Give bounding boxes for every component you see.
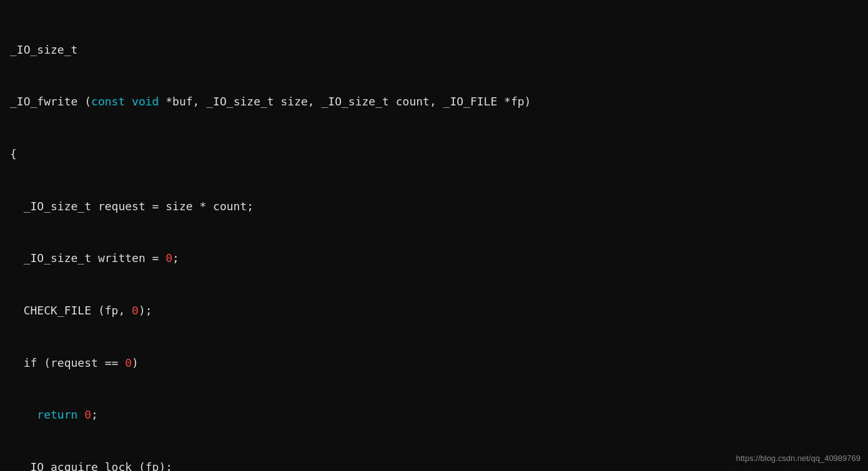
code-text: _IO_size_t request = size * count; xyxy=(10,200,254,213)
line-8: return 0; xyxy=(10,406,858,424)
code-text: return 0; xyxy=(10,408,98,421)
watermark-text: https://blog.csdn.net/qq_40989769 xyxy=(736,452,861,465)
line-7: if (request == 0) xyxy=(10,354,858,372)
code-text: _IO_fwrite (const void *buf, _IO_size_t … xyxy=(10,95,531,108)
code-text: CHECK_FILE (fp, 0); xyxy=(10,304,152,317)
line-5: _IO_size_t written = 0; xyxy=(10,250,858,267)
line-6: CHECK_FILE (fp, 0); xyxy=(10,302,858,319)
line-3: { xyxy=(10,145,858,163)
code-block: _IO_size_t _IO_fwrite (const void *buf, … xyxy=(0,0,868,471)
code-text: { xyxy=(10,147,17,160)
line-9: _IO_acquire_lock (fp); xyxy=(10,459,858,471)
line-2: _IO_fwrite (const void *buf, _IO_size_t … xyxy=(10,93,858,110)
line-4: _IO_size_t request = size * count; xyxy=(10,198,858,215)
line-1: _IO_size_t xyxy=(10,41,858,59)
code-text: if (request == 0) xyxy=(10,356,139,369)
code-text: _IO_size_t written = 0; xyxy=(10,251,179,265)
code-text: _IO_acquire_lock (fp); xyxy=(10,460,172,471)
code-text: _IO_size_t xyxy=(10,43,77,56)
